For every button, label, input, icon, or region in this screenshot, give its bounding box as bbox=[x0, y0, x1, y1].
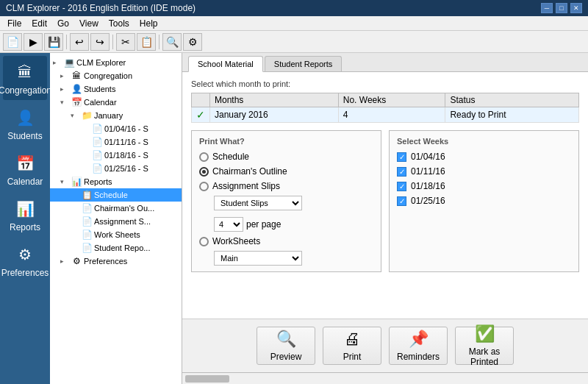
tab-school-material[interactable]: School Material bbox=[188, 56, 263, 72]
schedule-icon: 📋 bbox=[81, 189, 93, 201]
print-what-title: Print What? bbox=[199, 137, 373, 146]
per-page-row: 4 per page bbox=[214, 217, 373, 232]
toolbar-undo[interactable]: ↩ bbox=[70, 33, 89, 51]
maximize-button[interactable]: □ bbox=[556, 3, 567, 13]
toolbar-cut[interactable]: ✂ bbox=[116, 33, 135, 51]
radio-schedule-row[interactable]: Schedule bbox=[199, 152, 373, 162]
sidebar-item-reports[interactable]: 📊 Reports bbox=[3, 193, 47, 237]
toolbar-open[interactable]: ▶ bbox=[24, 33, 43, 51]
radio-chairmans[interactable] bbox=[199, 167, 209, 177]
table-row[interactable]: ✓ January 2016 4 Ready to Print bbox=[192, 107, 579, 123]
menu-view[interactable]: View bbox=[75, 17, 103, 30]
radio-slips[interactable] bbox=[199, 182, 209, 191]
tab-student-reports[interactable]: Student Reports bbox=[265, 56, 343, 71]
tree-calendar[interactable]: ▾ 📅 Calendar bbox=[50, 96, 182, 109]
tree-schedule[interactable]: 📋 Schedule bbox=[50, 188, 182, 202]
prefs-label: Preferences bbox=[84, 257, 127, 266]
minimize-button[interactable]: ─ bbox=[541, 3, 553, 13]
sidebar-item-preferences[interactable]: ⚙ Preferences bbox=[3, 238, 47, 282]
january-label: January bbox=[94, 111, 123, 120]
sidebar-item-congregation[interactable]: 🏛 Congregation bbox=[3, 56, 47, 100]
sidebar: 🏛 Congregation 👤 Students 📅 Calendar 📊 R… bbox=[0, 53, 50, 384]
menu-file[interactable]: File bbox=[3, 17, 26, 30]
title-controls: ─ □ ✕ bbox=[541, 3, 582, 13]
row-status: Ready to Print bbox=[445, 107, 579, 123]
sidebar-item-students[interactable]: 👤 Students bbox=[3, 102, 47, 146]
toolbar-sep2 bbox=[112, 35, 113, 49]
chairmans-icon: 📄 bbox=[81, 202, 93, 214]
week4-check[interactable] bbox=[397, 196, 406, 206]
worksheets-dropdown[interactable]: Main bbox=[214, 251, 302, 266]
options-panels: Print What? Schedule Chairman's Outline bbox=[191, 130, 579, 272]
title-bar: CLM Explorer - 2016 English Edition (IDE… bbox=[0, 0, 588, 16]
toolbar-search[interactable]: 🔍 bbox=[162, 33, 182, 51]
tree-chairmans[interactable]: 📄 Chairman's Ou... bbox=[50, 202, 182, 215]
radio-slips-row[interactable]: Assignment Slips bbox=[199, 181, 373, 191]
radio-chairmans-row[interactable]: Chairman's Outline bbox=[199, 166, 373, 177]
congregation-tree-icon: 🏛 bbox=[71, 70, 82, 82]
reports-tree-icon: 📊 bbox=[71, 176, 82, 188]
print-icon: 🖨 bbox=[344, 330, 360, 349]
tree-clm-explorer[interactable]: ▸ 💻 CLM Explorer bbox=[50, 56, 182, 69]
tree-reports[interactable]: ▾ 📊 Reports bbox=[50, 175, 182, 188]
toggle-calendar: ▾ bbox=[60, 99, 71, 106]
week1-row[interactable]: 01/04/16 bbox=[397, 152, 571, 162]
slips-dropdown[interactable]: Student Slips bbox=[214, 196, 302, 210]
assignment-icon: 📄 bbox=[81, 216, 93, 227]
date3-label: 01/18/16 - S bbox=[104, 151, 148, 160]
radio-worksheets[interactable] bbox=[199, 237, 209, 246]
toolbar-copy[interactable]: 📋 bbox=[137, 33, 156, 51]
tree-date3[interactable]: 📄 01/18/16 - S bbox=[50, 149, 182, 162]
tree-worksheets[interactable]: 📄 Work Sheets bbox=[50, 228, 182, 241]
radio-schedule[interactable] bbox=[199, 152, 209, 162]
sidebar-preferences-label: Preferences bbox=[1, 268, 49, 278]
week3-row[interactable]: 01/18/16 bbox=[397, 181, 571, 191]
preferences-icon: ⚙ bbox=[13, 243, 37, 266]
toolbar-redo[interactable]: ↪ bbox=[90, 33, 110, 51]
toolbar-new[interactable]: 📄 bbox=[3, 33, 22, 51]
horizontal-scrollbar[interactable] bbox=[182, 372, 588, 384]
tree-assignment5[interactable]: 📄 Assignment S... bbox=[50, 215, 182, 228]
week3-check[interactable] bbox=[397, 182, 406, 191]
tree-preferences[interactable]: ▸ ⚙ Preferences bbox=[50, 255, 182, 268]
week4-row[interactable]: 01/25/16 bbox=[397, 196, 571, 206]
tree-studentreports[interactable]: 📄 Student Repo... bbox=[50, 241, 182, 255]
menu-go[interactable]: Go bbox=[53, 17, 74, 30]
week2-check[interactable] bbox=[397, 167, 406, 177]
tree-date2[interactable]: 📄 01/11/16 - S bbox=[50, 135, 182, 149]
menu-tools[interactable]: Tools bbox=[104, 17, 134, 30]
menu-help[interactable]: Help bbox=[135, 17, 162, 30]
toggle-students: ▸ bbox=[60, 85, 71, 93]
mark-printed-button[interactable]: ✅ Mark as Printed bbox=[455, 327, 514, 365]
tree-date4[interactable]: 📄 01/25/16 - S bbox=[50, 162, 182, 175]
tree-panel[interactable]: ▸ 💻 CLM Explorer ▸ 🏛 Congregation ▸ 👤 St… bbox=[50, 53, 182, 384]
week2-label: 01/11/16 bbox=[411, 166, 445, 177]
toggle-prefs: ▸ bbox=[60, 257, 71, 265]
studentreports-label: Student Repo... bbox=[94, 243, 150, 252]
week2-row[interactable]: 01/11/16 bbox=[397, 166, 571, 177]
reminders-button[interactable]: 📌 Reminders bbox=[389, 327, 448, 365]
scroll-thumb[interactable] bbox=[185, 375, 229, 383]
close-button[interactable]: ✕ bbox=[570, 3, 582, 13]
prefs-tree-icon: ⚙ bbox=[71, 255, 82, 267]
tree-january[interactable]: ▾ 📁 January bbox=[50, 109, 182, 122]
toolbar-sep1 bbox=[66, 35, 67, 49]
print-button[interactable]: 🖨 Print bbox=[323, 327, 381, 365]
preview-button[interactable]: 🔍 Preview bbox=[257, 327, 315, 365]
sidebar-item-calendar[interactable]: 📅 Calendar bbox=[3, 147, 47, 191]
toolbar-settings[interactable]: ⚙ bbox=[183, 33, 202, 51]
tree-date1[interactable]: 📄 01/04/16 - S bbox=[50, 122, 182, 135]
radio-chairmans-label: Chairman's Outline bbox=[212, 166, 287, 177]
students-tree-label: Students bbox=[84, 85, 115, 93]
col-weeks: No. Weeks bbox=[338, 93, 445, 107]
reports-tree-label: Reports bbox=[84, 177, 112, 186]
radio-worksheets-row[interactable]: WorkSheets bbox=[199, 236, 373, 246]
tree-congregation[interactable]: ▸ 🏛 Congregation bbox=[50, 69, 182, 82]
menu-edit[interactable]: Edit bbox=[27, 17, 51, 30]
per-page-label: per page bbox=[246, 219, 281, 230]
per-page-select[interactable]: 4 bbox=[214, 217, 243, 232]
toolbar-save[interactable]: 💾 bbox=[44, 33, 63, 51]
week1-check[interactable] bbox=[397, 152, 406, 162]
tree-students[interactable]: ▸ 👤 Students bbox=[50, 82, 182, 96]
congregation-tree-label: Congregation bbox=[84, 71, 132, 80]
